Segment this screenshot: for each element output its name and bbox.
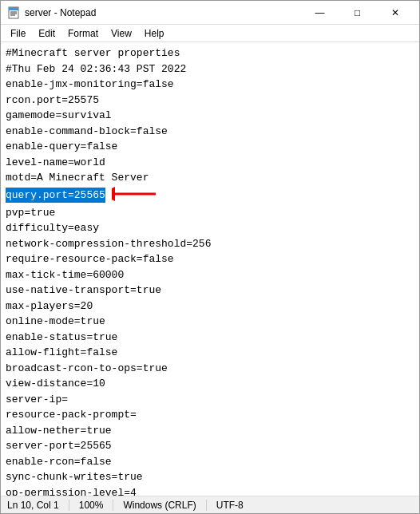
text-line: difficulty=easy	[6, 220, 414, 236]
maximize-button[interactable]: □	[339, 1, 375, 25]
menu-view[interactable]: View	[105, 26, 138, 41]
text-line: server-port=25565	[6, 438, 414, 454]
text-line: network-compression-threshold=256	[6, 236, 414, 252]
title-bar: server - Notepad — □ ✕	[1, 1, 419, 25]
text-line: gamemode=survival	[6, 108, 414, 124]
cursor-position: Ln 10, Col 1	[7, 500, 69, 511]
text-line: max-tick-time=60000	[6, 267, 414, 283]
text-line: rcon.port=25575	[6, 93, 414, 109]
notepad-window: server - Notepad — □ ✕ File Edit Format …	[0, 0, 420, 514]
menu-bar: File Edit Format View Help	[1, 25, 419, 42]
text-line: view-distance=10	[6, 376, 414, 392]
text-line: enable-query=false	[6, 139, 414, 155]
text-line: allow-flight=false	[6, 345, 414, 361]
text-line: enable-jmx-monitoring=false	[6, 77, 414, 93]
menu-help[interactable]: Help	[138, 26, 171, 41]
text-line: enable-status=true	[6, 330, 414, 346]
close-button[interactable]: ✕	[377, 1, 413, 25]
text-line: #Thu Feb 24 02:36:43 PST 2022	[6, 61, 414, 77]
content-wrapper: #Minecraft server properties#Thu Feb 24 …	[1, 42, 419, 496]
text-line: enable-rcon=false	[6, 454, 414, 470]
menu-format[interactable]: Format	[61, 26, 105, 41]
highlighted-line: query.port=25565	[6, 188, 105, 204]
text-line: allow-nether=true	[6, 423, 414, 439]
encoding: UTF-8	[207, 500, 253, 511]
zoom-level: 100%	[69, 500, 114, 511]
text-line: motd=A Minecraft Server	[6, 170, 414, 186]
text-line: use-native-transport=true	[6, 283, 414, 299]
minimize-button[interactable]: —	[302, 1, 338, 25]
text-line: sync-chunk-writes=true	[6, 469, 414, 485]
window-title: server - Notepad	[25, 7, 96, 18]
text-line: broadcast-rcon-to-ops=true	[6, 361, 414, 377]
title-bar-left: server - Notepad	[7, 6, 96, 19]
svg-rect-1	[9, 7, 18, 10]
arrow-line-wrapper: query.port=25565	[6, 186, 414, 205]
title-controls: — □ ✕	[302, 1, 413, 25]
text-line: enable-command-block=false	[6, 124, 414, 140]
text-line: online-mode=true	[6, 314, 414, 330]
text-line: require-resource-pack=false	[6, 251, 414, 267]
text-line: op-permission-level=4	[6, 485, 414, 496]
text-line: server-ip=	[6, 392, 414, 408]
line-ending: Windows (CRLF)	[113, 500, 206, 511]
menu-file[interactable]: File	[4, 26, 32, 41]
menu-edit[interactable]: Edit	[32, 26, 61, 41]
text-line: level-name=world	[6, 155, 414, 171]
text-line: #Minecraft server properties	[6, 45, 414, 61]
text-line: pvp=true	[6, 205, 414, 221]
status-left: Ln 10, Col 1 100% Windows (CRLF) UTF-8	[7, 500, 253, 511]
red-arrow-icon	[112, 186, 160, 205]
text-line: max-players=20	[6, 299, 414, 314]
status-bar: Ln 10, Col 1 100% Windows (CRLF) UTF-8	[1, 496, 419, 513]
text-line: resource-pack-prompt=	[6, 407, 414, 423]
text-editor[interactable]: #Minecraft server properties#Thu Feb 24 …	[1, 42, 419, 496]
app-icon	[7, 6, 20, 19]
